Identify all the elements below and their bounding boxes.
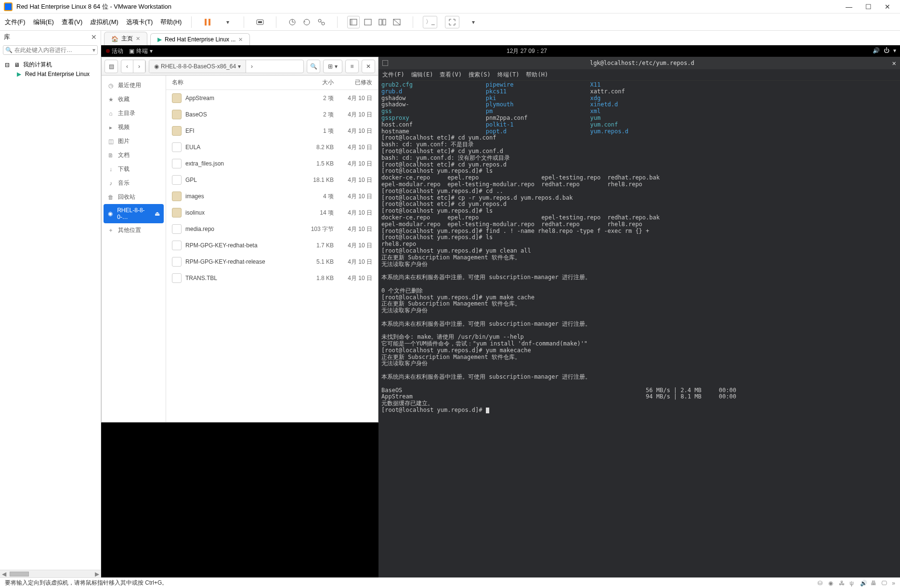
library-search-input[interactable]	[14, 47, 92, 53]
sidebar-item[interactable]: 🗑回收站	[102, 190, 166, 204]
sidebar-item[interactable]: ◫图片	[102, 134, 166, 148]
send-ctrlaltdel-button[interactable]	[254, 16, 266, 28]
view-grid-button[interactable]: ⊞ ▾	[323, 60, 342, 73]
power-dropdown[interactable]: ▾	[222, 16, 234, 28]
close-button[interactable]: ✕	[879, 1, 896, 13]
file-row[interactable]: GPL18.1 KB4月 10 日	[166, 172, 378, 188]
sound-icon[interactable]: 🔊	[860, 580, 867, 587]
clock[interactable]: 12月 27 09：27	[158, 47, 895, 55]
col-size[interactable]: 大小	[295, 78, 334, 87]
library-close-icon[interactable]: ✕	[91, 33, 97, 41]
chevron-icon[interactable]: »	[892, 580, 895, 587]
nautilus-menu-button[interactable]: ▤	[104, 60, 118, 73]
tab-close-icon[interactable]: ✕	[136, 36, 140, 42]
file-row[interactable]: media.repo103 字节4月 10 日	[166, 221, 378, 237]
sidebar-icon: ▸	[107, 124, 114, 131]
tab-vm[interactable]: ▶ Red Hat Enterprise Linux ... ✕	[150, 33, 250, 45]
file-row[interactable]: RPM-GPG-KEY-redhat-release5.1 KB4月 10 日	[166, 254, 378, 270]
search-dropdown-icon[interactable]: ▾	[92, 47, 95, 53]
file-row[interactable]: isolinux14 项4月 10 日	[166, 205, 378, 221]
file-row[interactable]: EULA8.2 KB4月 10 日	[166, 139, 378, 155]
sidebar-item[interactable]: ◷最近使用	[102, 78, 166, 92]
view-console-button[interactable]	[362, 16, 374, 28]
hdd-icon[interactable]: ⛁	[818, 580, 824, 587]
view-multi-button[interactable]	[376, 16, 389, 28]
term-menu-terminal[interactable]: 终端(T)	[497, 71, 520, 79]
file-row[interactable]: EFI1 项4月 10 日	[166, 123, 378, 139]
sidebar-item[interactable]: ⌂主目录	[102, 106, 166, 120]
file-manager-window: ▤ ‹ › ◉RHEL-8-8-0-BaseOS-x86_64 ▾ › 🔍 ⊞ …	[101, 57, 378, 422]
sidebar-item[interactable]: ↓下载	[102, 162, 166, 176]
menu-edit[interactable]: 编辑(E)	[33, 18, 54, 26]
nav-forward-button[interactable]: ›	[133, 60, 145, 73]
tree-collapse-icon[interactable]: ⊟	[4, 62, 11, 68]
terminal-close-button[interactable]: ✕	[892, 59, 896, 67]
tree-root[interactable]: ⊟ 🖥 我的计算机	[0, 60, 101, 70]
term-menu-search[interactable]: 搜索(S)	[469, 71, 491, 79]
pause-button[interactable]	[201, 16, 214, 28]
menu-help[interactable]: 帮助(H)	[160, 18, 182, 26]
term-menu-file[interactable]: 文件(F)	[382, 71, 404, 79]
file-list-header: 名称 大小 已修改	[166, 76, 378, 90]
console-button[interactable]: 〉_	[423, 16, 437, 28]
terminal-output[interactable]: grub2.cfg pipewire X11 grub.d pkcs11 xat…	[378, 81, 900, 577]
maximize-button[interactable]: ☐	[860, 1, 877, 13]
running-app-button[interactable]: ▣ 终端 ▾	[129, 47, 153, 55]
breadcrumb[interactable]: ◉RHEL-8-8-0-BaseOS-x86_64 ▾ ›	[149, 60, 304, 73]
cd-icon[interactable]: ◉	[828, 580, 835, 587]
fullscreen-button[interactable]	[445, 16, 459, 28]
menu-tabs[interactable]: 选项卡(T)	[126, 18, 153, 26]
file-name: AppStream	[185, 95, 295, 102]
network-icon[interactable]: 🖧	[839, 580, 846, 587]
col-date[interactable]: 已修改	[334, 78, 372, 87]
folder-icon	[172, 110, 182, 119]
sidebar-item[interactable]: ◉RHEL-8-8-0-…⏏	[104, 204, 164, 223]
window-close-button[interactable]: ✕	[362, 60, 375, 73]
sidebar-item[interactable]: ▸视频	[102, 120, 166, 134]
term-menu-view[interactable]: 查看(V)	[440, 71, 462, 79]
sidebar-item[interactable]: +其他位置	[102, 223, 166, 237]
snapshot-revert-button[interactable]	[300, 16, 313, 28]
file-row[interactable]: RPM-GPG-KEY-redhat-beta1.7 KB4月 10 日	[166, 237, 378, 254]
fullscreen-dropdown[interactable]: ▾	[467, 16, 480, 28]
hamburger-button[interactable]: ≡	[345, 60, 359, 73]
printer-icon[interactable]: 🖶	[871, 580, 877, 587]
scroll-left-icon[interactable]: ◀	[0, 571, 8, 577]
library-search[interactable]: 🔍 ▾	[3, 45, 98, 55]
search-button[interactable]: 🔍	[307, 60, 320, 73]
file-row[interactable]: BaseOS2 项4月 10 日	[166, 106, 378, 123]
guest-display[interactable]: 活动 ▣ 终端 ▾ 12月 27 09：27 🔊 ⏻ ▾	[101, 45, 900, 577]
sidebar-item[interactable]: ♪音乐	[102, 176, 166, 190]
scroll-right-icon[interactable]: ▶	[93, 571, 101, 577]
dropdown-icon: ▾	[893, 47, 896, 54]
sidebar-item[interactable]: 🗎文档	[102, 148, 166, 162]
display-icon[interactable]: 🖵	[881, 580, 888, 587]
scroll-thumb[interactable]	[10, 572, 29, 576]
file-row[interactable]: extra_files.json1.5 KB4月 10 日	[166, 155, 378, 172]
col-name[interactable]: 名称	[172, 78, 295, 87]
tab-close-icon[interactable]: ✕	[238, 37, 243, 43]
file-name: media.repo	[185, 226, 295, 232]
library-hscrollbar[interactable]: ◀ ▶	[0, 570, 101, 577]
file-row[interactable]: TRANS.TBL1.8 KB4月 10 日	[166, 270, 378, 286]
activities-button[interactable]: 活动	[106, 47, 123, 55]
menu-vm[interactable]: 虚拟机(M)	[90, 18, 118, 26]
file-row[interactable]: AppStream2 项4月 10 日	[166, 90, 378, 106]
gnome-status-area[interactable]: 🔊 ⏻ ▾	[873, 47, 896, 54]
view-single-button[interactable]	[347, 16, 360, 28]
snapshot-button[interactable]	[286, 16, 299, 28]
sidebar-item[interactable]: ★收藏	[102, 92, 166, 106]
term-menu-edit[interactable]: 编辑(E)	[411, 71, 433, 79]
tree-vm-item[interactable]: ▶ Red Hat Enterprise Linux	[0, 70, 101, 78]
tab-home[interactable]: 🏠 主页 ✕	[104, 32, 147, 45]
view-unity-button[interactable]	[391, 16, 403, 28]
menu-file[interactable]: 文件(F)	[5, 18, 26, 26]
file-row[interactable]: images4 项4月 10 日	[166, 188, 378, 205]
eject-icon[interactable]: ⏏	[155, 210, 160, 217]
term-menu-help[interactable]: 帮助(H)	[526, 71, 548, 79]
snapshot-manager-button[interactable]	[315, 16, 327, 28]
nav-back-button[interactable]: ‹	[121, 60, 133, 73]
minimize-button[interactable]: —	[840, 1, 858, 13]
usb-icon[interactable]: ψ	[849, 580, 856, 587]
menu-view[interactable]: 查看(V)	[62, 18, 82, 26]
